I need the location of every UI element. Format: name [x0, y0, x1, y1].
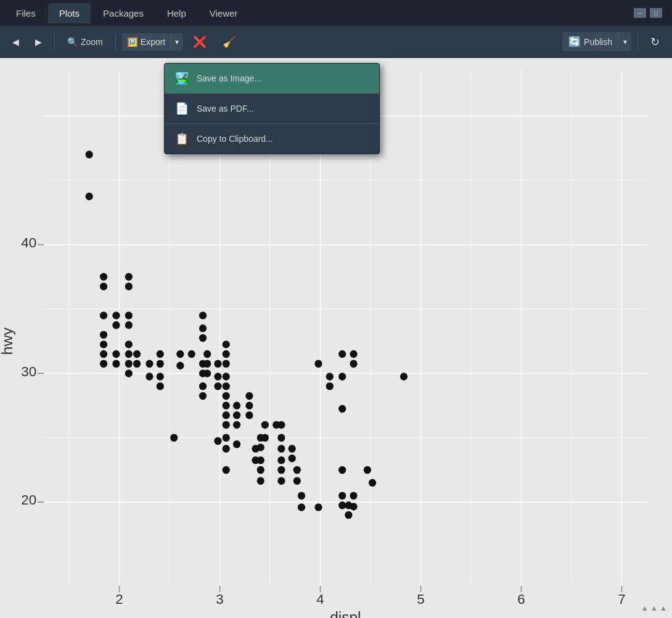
- svg-point-99: [223, 466, 230, 474]
- svg-point-82: [203, 360, 211, 368]
- svg-point-98: [223, 445, 230, 453]
- svg-point-57: [125, 321, 133, 329]
- svg-point-84: [214, 360, 221, 368]
- tab-files[interactable]: Files: [5, 3, 47, 23]
- svg-point-88: [223, 340, 230, 348]
- svg-point-49: [100, 360, 107, 368]
- svg-text:7: 7: [618, 591, 625, 607]
- svg-text:2: 2: [115, 591, 123, 607]
- svg-point-70: [170, 434, 178, 442]
- forward-button[interactable]: ▶: [29, 33, 48, 51]
- svg-point-58: [125, 340, 133, 348]
- save-as-image-item[interactable]: 🏞️ Save as Image...: [165, 64, 379, 93]
- svg-point-51: [112, 321, 120, 329]
- svg-point-47: [100, 340, 107, 348]
- svg-point-120: [277, 456, 285, 464]
- minimize-button[interactable]: ─: [634, 8, 646, 18]
- svg-point-45: [100, 311, 107, 319]
- svg-point-66: [157, 350, 164, 358]
- svg-point-85: [214, 373, 221, 381]
- svg-point-97: [223, 434, 230, 442]
- toolbar: ◀ ▶ 🔍 Zoom 🖼️ Export ▾ ❌ 🧹 🔄 Publish ▾ ↻: [0, 26, 672, 58]
- zoom-button[interactable]: 🔍 Zoom: [61, 33, 109, 51]
- svg-point-91: [223, 373, 230, 381]
- svg-point-134: [338, 373, 346, 381]
- svg-point-128: [298, 503, 305, 511]
- export-dropdown-menu: 🏞️ Save as Image... 📄 Save as PDF... 📋 C…: [164, 63, 380, 154]
- svg-point-73: [188, 350, 195, 358]
- clipboard-icon: 📋: [174, 131, 189, 146]
- export-label: Export: [141, 37, 165, 47]
- svg-point-48: [100, 350, 107, 358]
- save-as-pdf-item[interactable]: 📄 Save as PDF...: [165, 94, 379, 123]
- svg-point-100: [233, 402, 240, 410]
- svg-point-101: [233, 411, 240, 419]
- svg-text:hwy: hwy: [0, 327, 15, 355]
- svg-point-74: [199, 311, 207, 319]
- svg-point-121: [277, 466, 285, 474]
- svg-point-54: [125, 273, 133, 281]
- broom-icon: 🧹: [223, 35, 236, 49]
- export-button-group: 🖼️ Export ▾: [122, 33, 183, 51]
- svg-point-110: [257, 443, 264, 451]
- tab-plots[interactable]: Plots: [48, 3, 91, 23]
- copy-clipboard-item[interactable]: 📋 Copy to Clipboard...: [165, 124, 379, 154]
- save-image-label: Save as Image...: [197, 73, 261, 83]
- publish-icon: 🔄: [568, 36, 581, 47]
- svg-point-59: [125, 350, 133, 358]
- forward-icon: ▶: [35, 37, 42, 47]
- tab-help[interactable]: Help: [156, 3, 197, 23]
- save-image-icon: 🏞️: [174, 71, 189, 86]
- export-main-button[interactable]: 🖼️ Export: [122, 33, 170, 51]
- svg-point-89: [223, 350, 230, 358]
- separator-1: [54, 33, 55, 51]
- svg-point-93: [223, 392, 230, 400]
- svg-point-113: [257, 477, 264, 485]
- tab-packages[interactable]: Packages: [92, 3, 155, 23]
- svg-point-137: [338, 492, 346, 500]
- clear-button[interactable]: ❌: [187, 31, 213, 52]
- svg-point-52: [112, 350, 120, 358]
- svg-point-76: [199, 334, 207, 342]
- maximize-button[interactable]: □: [650, 8, 662, 18]
- svg-point-119: [277, 445, 285, 453]
- publish-main-button[interactable]: 🔄 Publish: [562, 32, 618, 51]
- svg-text:3: 3: [216, 591, 223, 607]
- svg-point-131: [326, 373, 334, 381]
- window-controls: ─ □: [634, 8, 667, 18]
- svg-point-43: [100, 273, 107, 281]
- publish-dropdown-arrow[interactable]: ▾: [618, 34, 631, 50]
- export-icon: 🖼️: [127, 37, 137, 47]
- clear-icon: ❌: [193, 35, 207, 49]
- svg-point-104: [245, 392, 253, 400]
- svg-point-64: [145, 360, 153, 368]
- svg-point-122: [277, 477, 285, 485]
- svg-point-106: [245, 411, 253, 419]
- svg-text:5: 5: [417, 591, 424, 607]
- svg-point-142: [350, 360, 357, 368]
- svg-point-114: [261, 421, 269, 429]
- svg-point-129: [314, 360, 322, 368]
- svg-point-55: [125, 282, 133, 290]
- svg-point-83: [203, 369, 211, 377]
- svg-point-41: [86, 150, 93, 159]
- broom-button[interactable]: 🧹: [216, 31, 242, 52]
- tab-viewer[interactable]: Viewer: [199, 3, 249, 23]
- export-dropdown-arrow[interactable]: ▾: [170, 34, 183, 50]
- svg-point-141: [350, 350, 357, 358]
- svg-point-144: [350, 503, 357, 511]
- svg-point-61: [125, 369, 133, 377]
- zoom-icon: 🔍: [67, 37, 78, 47]
- svg-point-125: [293, 466, 301, 474]
- separator-2: [115, 33, 116, 51]
- svg-point-112: [257, 466, 264, 474]
- zoom-label: Zoom: [81, 37, 103, 47]
- status-icons: ▲ ▲ ▲: [641, 604, 667, 612]
- copy-clipboard-label: Copy to Clipboard...: [197, 134, 273, 144]
- svg-text:6: 6: [517, 591, 525, 607]
- publish-label: Publish: [584, 37, 612, 47]
- svg-point-75: [199, 324, 207, 332]
- svg-point-126: [293, 477, 301, 485]
- refresh-button[interactable]: ↻: [644, 31, 666, 52]
- back-button[interactable]: ◀: [6, 33, 25, 51]
